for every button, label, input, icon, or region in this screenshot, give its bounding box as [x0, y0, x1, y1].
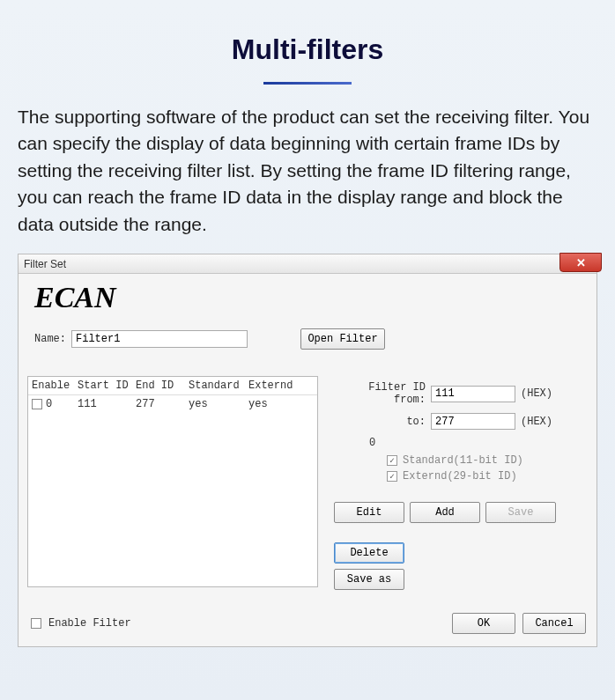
save-button[interactable]: Save	[485, 502, 556, 523]
filter-to-input[interactable]	[431, 413, 515, 430]
cell-standard: yes	[189, 398, 248, 410]
save-as-button[interactable]: Save as	[334, 569, 404, 590]
table-header: Enable Start ID End ID Standard Externd	[28, 377, 317, 395]
hex-suffix-from: (HEX)	[521, 387, 552, 400]
name-label: Name:	[34, 333, 66, 345]
cell-start: 111	[78, 398, 136, 410]
filter-from-input[interactable]	[431, 386, 515, 402]
filter-table: Enable Start ID End ID Standard Externd …	[27, 376, 318, 587]
zero-label: 0	[334, 437, 588, 449]
enable-filter-checkbox[interactable]	[31, 618, 41, 629]
standard-label: Standard(11-bit ID)	[403, 454, 523, 467]
edit-button[interactable]: Edit	[334, 502, 404, 523]
enable-filter-label: Enable Filter	[48, 617, 131, 630]
externd-check-row: Externd(29-bit ID)	[334, 470, 588, 483]
filter-to-label: to:	[334, 416, 431, 428]
bottom-bar: Enable Filter OK Cancel	[19, 604, 596, 646]
ok-button[interactable]: OK	[452, 613, 515, 634]
col-end: End ID	[136, 379, 189, 392]
standard-checkbox[interactable]	[387, 455, 397, 466]
table-row[interactable]: 0 111 277 yes yes	[28, 395, 317, 413]
page-description: The supporting software of the product c…	[0, 85, 615, 238]
externd-label: Externd(29-bit ID)	[403, 470, 517, 483]
page-title: Multi-filters	[0, 0, 615, 66]
dialog-title: Filter Set	[24, 258, 66, 270]
close-icon[interactable]	[559, 253, 602, 272]
col-externd: Externd	[248, 379, 298, 392]
filter-from-label: Filter ID from:	[334, 381, 431, 406]
titlebar: Filter Set	[19, 254, 596, 274]
standard-check-row: Standard(11-bit ID)	[334, 454, 588, 467]
content-area: Enable Start ID End ID Standard Externd …	[19, 358, 596, 604]
col-enable: Enable	[32, 379, 78, 392]
brand-label: ECAN	[19, 274, 596, 325]
open-filter-button[interactable]: Open Filter	[300, 328, 385, 350]
filter-to-row: to: (HEX)	[334, 413, 588, 430]
name-input[interactable]	[71, 330, 248, 348]
filter-dialog: Filter Set ECAN Name: Open Filter Enable…	[18, 254, 597, 647]
cell-enable: 0	[32, 398, 78, 410]
cell-externd: yes	[248, 398, 298, 410]
cell-end: 277	[136, 398, 189, 410]
button-row-3: Save as	[334, 569, 588, 590]
row-checkbox[interactable]	[32, 399, 42, 409]
col-start: Start ID	[78, 379, 136, 392]
hex-suffix-to: (HEX)	[521, 416, 552, 428]
right-panel: Filter ID from: (HEX) to: (HEX) 0 Standa…	[334, 376, 588, 595]
cancel-button[interactable]: Cancel	[522, 613, 586, 634]
externd-checkbox[interactable]	[387, 471, 397, 482]
button-row-1: Edit Add Save	[334, 502, 588, 523]
col-standard: Standard	[189, 379, 248, 392]
add-button[interactable]: Add	[410, 502, 480, 523]
name-row: Name: Open Filter	[19, 325, 596, 358]
button-row-2: Delete	[334, 542, 588, 564]
delete-button[interactable]: Delete	[334, 542, 404, 564]
filter-from-row: Filter ID from: (HEX)	[334, 381, 588, 406]
